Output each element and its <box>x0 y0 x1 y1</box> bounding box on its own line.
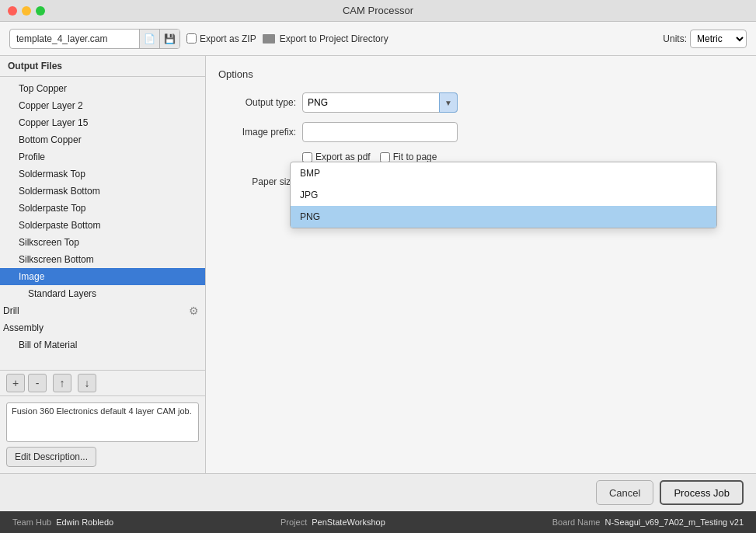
image-prefix-input[interactable] <box>302 122 458 142</box>
tree-item-top-copper[interactable]: Top Copper <box>0 80 205 97</box>
right-panel: Options Output type: ▼ Image prefix: Exp… <box>206 56 756 473</box>
board-name-value: N-Seagul_v69_7A02_m_Testing v21 <box>604 517 744 527</box>
team-hub-value: Edwin Robledo <box>56 517 113 527</box>
fit-to-page-label[interactable]: Fit to page <box>380 152 437 162</box>
gear-icon: ⚙ <box>189 305 199 317</box>
export-dir-label[interactable]: Export to Project Directory <box>263 33 388 44</box>
statusbar: Team Hub Edwin Robledo Project PenStateW… <box>0 511 756 533</box>
tree-item-soldermask-top[interactable]: Soldermask Top <box>0 165 205 183</box>
output-files-header: Output Files <box>0 56 205 77</box>
titlebar: CAM Processor <box>0 0 756 22</box>
close-button[interactable] <box>8 6 17 16</box>
tree-item-soldermask-bottom[interactable]: Soldermask Bottom <box>0 183 205 200</box>
output-type-dropdown[interactable]: BMP JPG PNG <box>290 162 717 228</box>
options-label: Options <box>218 68 744 80</box>
window-buttons <box>8 6 45 16</box>
units-group: Units: Metric Imperial <box>663 30 747 48</box>
project-group: Project PenStateWorkshop <box>280 517 385 527</box>
output-type-wrapper: ▼ <box>302 92 458 113</box>
tree-item-bottom-copper[interactable]: Bottom Copper <box>0 131 205 148</box>
toolbar: 📄 💾 Export as ZIP Export to Project Dire… <box>0 22 756 56</box>
team-hub-group: Team Hub Edwin Robledo <box>12 517 113 527</box>
save-file-button[interactable]: 💾 <box>159 29 179 49</box>
project-label: Project <box>280 517 307 527</box>
tree-item-copper-layer-15[interactable]: Copper Layer 15 <box>0 114 205 131</box>
tree-item-solderpaste-bottom[interactable]: Solderpaste Bottom <box>0 217 205 234</box>
tree-item-bill-of-material[interactable]: Bill of Material <box>0 336 205 354</box>
remove-item-button[interactable]: - <box>28 374 47 392</box>
file-input-box: 📄 💾 <box>9 29 180 49</box>
fit-to-page-checkbox[interactable] <box>380 152 390 162</box>
process-job-button[interactable]: Process Job <box>660 480 744 505</box>
left-panel: Output Files Top Copper Copper Layer 2 C… <box>0 56 206 473</box>
tree-item-standard-layers[interactable]: Standard Layers <box>0 285 205 302</box>
dropdown-item-jpg[interactable]: JPG <box>291 184 716 206</box>
footer-actions: Cancel Process Job <box>0 473 756 511</box>
tree-item-profile[interactable]: Profile <box>0 148 205 165</box>
team-hub-label: Team Hub <box>12 517 51 527</box>
tree-item-silkscreen-top[interactable]: Silkscreen Top <box>0 234 205 251</box>
tree-item-silkscreen-bottom[interactable]: Silkscreen Bottom <box>0 251 205 268</box>
image-prefix-label: Image prefix: <box>218 127 296 138</box>
description-text: Fusion 360 Electronics default 4 layer C… <box>6 402 199 442</box>
edit-description-button[interactable]: Edit Description... <box>6 447 96 467</box>
move-down-button[interactable]: ↓ <box>78 374 96 392</box>
image-prefix-row: Image prefix: <box>218 122 744 142</box>
output-type-row: Output type: ▼ <box>218 92 744 113</box>
main-content: Output Files Top Copper Copper Layer 2 C… <box>0 56 756 473</box>
project-value: PenStateWorkshop <box>312 517 385 527</box>
export-pdf-checkbox[interactable] <box>302 152 312 162</box>
tree-actions: + - ↑ ↓ <box>0 370 205 395</box>
export-zip-checkbox[interactable] <box>186 33 197 44</box>
output-type-input[interactable] <box>302 92 458 113</box>
dropdown-item-bmp[interactable]: BMP <box>291 162 716 184</box>
maximize-button[interactable] <box>36 6 45 16</box>
checkboxes-row: Export as pdf Fit to page <box>302 152 744 162</box>
export-zip-label[interactable]: Export as ZIP <box>186 33 256 44</box>
board-name-label: Board Name <box>552 517 601 527</box>
minimize-button[interactable] <box>22 6 31 16</box>
output-type-label: Output type: <box>218 97 296 108</box>
paper-size-label: Paper size <box>218 176 296 187</box>
board-name-group: Board Name N-Seagul_v69_7A02_m_Testing v… <box>552 517 744 527</box>
dropdown-item-png[interactable]: PNG <box>291 206 716 228</box>
file-name-input[interactable] <box>10 33 139 44</box>
tree-item-copper-layer-2[interactable]: Copper Layer 2 <box>0 97 205 114</box>
tree-item-drill[interactable]: Drill ⚙ <box>0 302 205 319</box>
units-select[interactable]: Metric Imperial <box>690 30 747 48</box>
tree-item-assembly[interactable]: Assembly <box>0 319 205 336</box>
open-file-button[interactable]: 📄 <box>139 29 159 49</box>
tree-container[interactable]: Top Copper Copper Layer 2 Copper Layer 1… <box>0 77 205 370</box>
move-up-button[interactable]: ↑ <box>53 374 71 392</box>
tree-item-solderpaste-top[interactable]: Solderpaste Top <box>0 200 205 217</box>
export-pdf-label[interactable]: Export as pdf <box>302 152 371 162</box>
window-title: CAM Processor <box>343 5 413 16</box>
cancel-button[interactable]: Cancel <box>596 480 653 505</box>
folder-icon <box>263 34 275 44</box>
description-area: Fusion 360 Electronics default 4 layer C… <box>0 395 205 473</box>
tree-item-image[interactable]: Image <box>0 268 205 285</box>
add-item-button[interactable]: + <box>6 374 25 392</box>
